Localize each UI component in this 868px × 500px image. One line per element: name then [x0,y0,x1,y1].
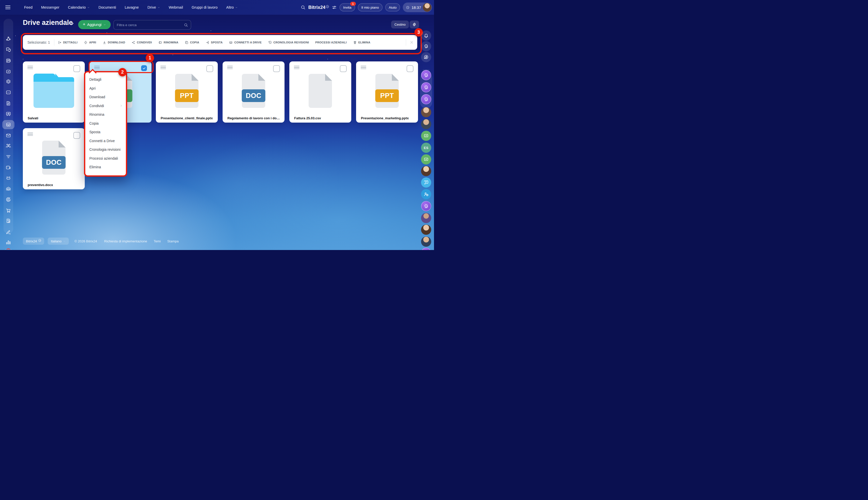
search-input[interactable] [114,23,184,27]
avatar[interactable] [421,166,431,176]
toolbar-action-elimina[interactable]: ELIMINA [353,41,370,44]
toolbar-action-connetti-a-drive[interactable]: CONNETTI A DRIVE [229,41,262,44]
context-menu-item-condividi[interactable]: Condividi [85,102,126,111]
sync-chat-icon[interactable] [421,52,431,62]
sidebar-item-feed[interactable] [5,58,11,64]
file-checkbox[interactable] [340,65,347,72]
copilot-icon[interactable] [421,82,431,92]
sidebar-item-warehouse[interactable] [5,186,11,192]
file-checkbox[interactable] [141,65,147,71]
context-menu-item-connetti-a-drive[interactable]: Connetti a Drive [85,137,126,145]
drag-handle-icon[interactable] [361,66,366,69]
person-clock-icon[interactable] [421,189,431,199]
drag-handle-icon[interactable] [94,66,100,69]
close-icon[interactable] [410,41,414,44]
avatar[interactable] [421,213,431,223]
sidebar-item-tasks[interactable] [5,69,11,75]
sidebar-item-docs[interactable] [5,101,11,106]
file-card-Presentazione_marketing.pptx[interactable]: PPTPresentazione_marketing.pptx [356,61,418,123]
drag-handle-icon[interactable] [27,133,33,136]
context-menu-item-download[interactable]: Download [85,93,126,102]
context-menu-item-sposta[interactable]: Sposta [85,128,126,137]
toolbar-action-apri[interactable]: APRI [84,41,96,44]
bitrix24-logo[interactable]: Bitrix24 ◷ [308,5,329,10]
file-card-Regolamento di lavoro con i docu...[interactable]: DOCRegolamento di lavoro con i docu... [222,61,285,123]
sidebar-item-funnel[interactable] [5,154,11,160]
monitor-check-icon[interactable] [421,131,431,141]
file-card-Fattura 25.03.csv[interactable]: Fattura 25.03.csv [289,61,351,123]
copilot-icon[interactable] [421,41,431,51]
toolbar-action-rinomina[interactable]: RINOMINA [158,41,179,44]
toolbar-action-download[interactable]: DOWNLOAD [103,41,125,44]
nav-item-lavagne[interactable]: Lavagne [125,5,139,9]
sidebar-item-crm[interactable] [5,79,11,84]
sidebar-item-esign[interactable] [5,218,11,224]
context-menu-item-elimina[interactable]: Elimina [85,163,126,172]
drag-handle-icon[interactable] [294,66,299,69]
time-widget[interactable]: 18:37 [403,2,432,12]
context-menu-item-processi-aziendali[interactable]: Processi aziendali [85,154,126,163]
footer-link-temi[interactable]: Temi [153,239,160,243]
avatar[interactable] [421,237,431,247]
sidebar-item-bi[interactable] [5,240,11,246]
avatar[interactable] [421,119,431,129]
nav-item-messenger[interactable]: Messenger [41,5,59,9]
nav-item-feed[interactable]: Feed [24,5,33,9]
sliders-icon[interactable] [332,5,337,10]
toolbar-action-cronologia-revisioni[interactable]: CRONOLOGIA REVISIONI [268,41,309,44]
footer-brand[interactable]: Bitrix24◷ [23,238,44,245]
copilot-icon[interactable] [421,70,431,80]
sidebar-item-drive[interactable] [5,122,11,128]
nav-item-documenti[interactable]: Documenti [99,5,116,9]
context-menu-item-cronologia-revisioni[interactable]: Cronologia revisioni [85,145,126,154]
sidebar-item-messenger[interactable] [5,47,11,53]
context-menu-item-rinomina[interactable]: Rinomina [85,110,126,119]
folder-card-Salvati[interactable]: Salvati [23,61,85,123]
search-icon[interactable] [300,5,306,10]
invite-button[interactable]: Invita 1 [340,3,355,11]
context-menu-item-dettagli[interactable]: Dettagli [85,75,126,84]
footer-link-richiesta-di-implementazione[interactable]: Richiesta di implementazione [104,239,147,243]
file-checkbox[interactable] [273,65,280,72]
avatar[interactable] [421,107,431,117]
user-avatar[interactable] [423,3,432,12]
sidebar-item-cart[interactable] [5,208,11,214]
avatar[interactable] [421,225,431,235]
main-menu-icon[interactable] [5,5,10,9]
toolbar-action-sposta[interactable]: SPOSTA [206,41,222,44]
sidebar-item-ai[interactable] [5,175,11,181]
chat-lines-icon[interactable] [421,178,431,188]
sidebar-item-calendar[interactable] [5,90,11,95]
sidebar-item-mail[interactable] [5,133,11,139]
avatar-initials[interactable]: ES [421,143,431,153]
copilot-icon[interactable] [421,201,431,211]
toolbar-action-copia[interactable]: COPIA [185,41,199,44]
sidebar-item-boards[interactable] [5,111,11,117]
settings-button[interactable] [410,21,419,29]
nav-item-gruppi-di-lavoro[interactable]: Gruppi di lavoro [192,5,217,9]
file-checkbox[interactable] [407,65,413,72]
toolbar-action-condividi[interactable]: CONDIVIDI [132,41,152,44]
drag-handle-icon[interactable] [27,66,33,69]
toolbar-action-processi-aziendali[interactable]: PROCESSI AZIENDALI [315,41,347,44]
search-icon[interactable] [184,23,188,27]
copilot-icon[interactable] [421,248,431,250]
drag-handle-icon[interactable] [160,66,166,69]
context-menu-item-apri[interactable]: Apri [85,84,126,93]
nav-item-drive[interactable]: Drive [147,5,160,9]
file-card-preventivo.docx[interactable]: DOCpreventivo.docx [23,128,85,189]
recycle-bin-button[interactable]: Cestino [391,21,409,29]
nav-item-altro[interactable]: Altro [226,5,238,9]
file-checkbox[interactable] [206,65,213,72]
my-plan-button[interactable]: Il mio piano [358,3,382,11]
sidebar-item-network[interactable] [5,36,11,42]
file-card-Presentazione_clienti_finale.pptx[interactable]: PPTPresentazione_clienti_finale.pptx [156,61,218,123]
nav-item-webmail[interactable]: Webmail [169,5,183,9]
drag-handle-icon[interactable] [227,66,233,69]
file-checkbox[interactable] [73,65,80,72]
sidebar-item-booking[interactable] [5,165,11,171]
toolbar-action-dettagli[interactable]: DETTAGLI [58,41,78,44]
monitor-check-icon[interactable] [421,154,431,164]
copilot-icon[interactable] [421,94,431,104]
language-selector[interactable]: Italiano [48,238,69,245]
